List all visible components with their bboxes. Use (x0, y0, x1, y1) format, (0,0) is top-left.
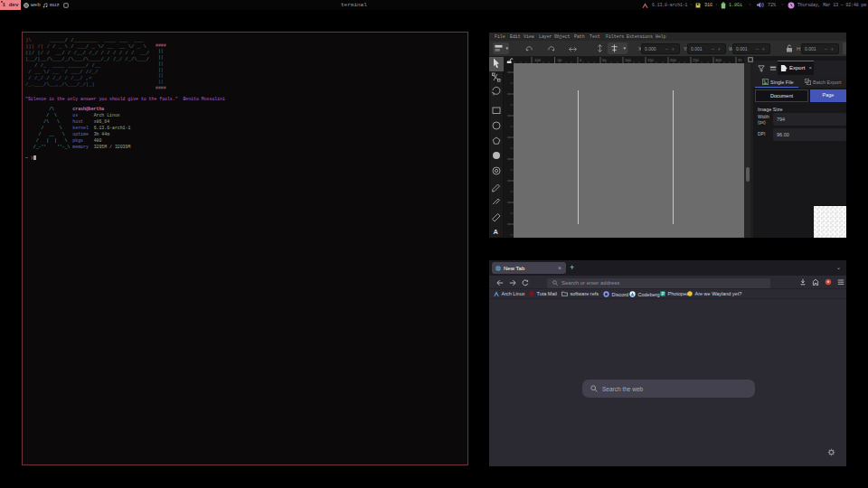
svg-text:0: 0 (580, 58, 582, 62)
svg-text:P: P (662, 292, 665, 296)
svg-text:250: 250 (693, 58, 699, 62)
svg-text:-100: -100 (533, 58, 542, 62)
svg-text:150: 150 (647, 58, 654, 62)
svg-text:A: A (494, 228, 499, 236)
svg-text:200: 200 (670, 58, 676, 62)
svg-text:35: 35 (738, 58, 742, 62)
svg-text:100: 100 (625, 58, 631, 62)
svg-text:-50: -50 (557, 58, 563, 62)
svg-text:300: 300 (715, 58, 722, 62)
svg-text:50: 50 (602, 58, 607, 62)
